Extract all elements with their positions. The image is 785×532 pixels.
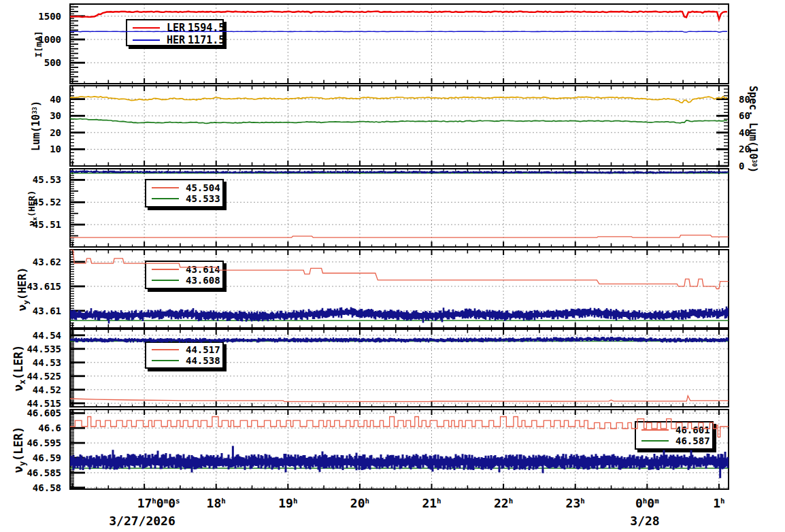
legend-series-value: 45.533 xyxy=(186,193,220,204)
legend-line-sample xyxy=(133,27,160,29)
legend-line-sample xyxy=(152,198,179,199)
legend-nu-y-her: 43.61443.608 xyxy=(145,261,224,289)
legend-layer: LER1594.5HER1171.545.50445.53343.61443.6… xyxy=(0,0,785,532)
legend-entry: 43.608 xyxy=(152,275,217,286)
legend-series-value: 45.504 xyxy=(186,182,220,193)
legend-entry: LER1594.5 xyxy=(133,22,217,34)
legend-line-sample xyxy=(152,187,179,188)
legend-beam-current: LER1594.5HER1171.5 xyxy=(126,19,224,46)
legend-series-value: 43.614 xyxy=(186,264,220,275)
date-label-end: 3/28 xyxy=(587,514,703,529)
legend-entry: 43.614 xyxy=(152,264,217,275)
legend-entry: 45.504 xyxy=(152,182,217,193)
legend-entry: 46.601 xyxy=(641,425,707,435)
legend-line-sample xyxy=(641,429,669,431)
legend-series-value: 1594.5 xyxy=(188,22,224,34)
legend-series-label: LER xyxy=(167,22,185,34)
legend-entry: 46.587 xyxy=(641,435,707,446)
legend-line-sample xyxy=(152,269,179,270)
legend-series-value: 46.587 xyxy=(675,435,710,446)
legend-line-sample xyxy=(152,349,179,350)
legend-entry: HER1171.5 xyxy=(133,34,217,46)
legend-line-sample xyxy=(152,280,179,281)
legend-series-value: 46.601 xyxy=(675,425,710,435)
legend-series-label: HER xyxy=(167,34,185,46)
legend-entry: 45.533 xyxy=(152,193,217,204)
legend-line-sample xyxy=(133,39,160,41)
legend-series-value: 44.517 xyxy=(186,344,220,355)
legend-series-value: 44.538 xyxy=(186,355,220,366)
legend-line-sample xyxy=(152,360,179,361)
accelerator-status-strip-chart: LER1594.5HER1171.545.50445.53343.61443.6… xyxy=(0,0,785,532)
legend-series-value: 43.608 xyxy=(186,275,220,286)
legend-nu-x-ler: 44.51744.538 xyxy=(145,342,224,369)
legend-nu-x-her: 45.50445.533 xyxy=(145,179,224,207)
legend-line-sample xyxy=(641,440,669,442)
legend-entry: 44.517 xyxy=(152,344,217,355)
legend-nu-y-ler: 46.60146.587 xyxy=(635,421,714,450)
date-label-start: 3/27/2026 xyxy=(84,514,200,529)
legend-series-value: 1171.5 xyxy=(188,34,224,46)
legend-entry: 44.538 xyxy=(152,355,217,366)
